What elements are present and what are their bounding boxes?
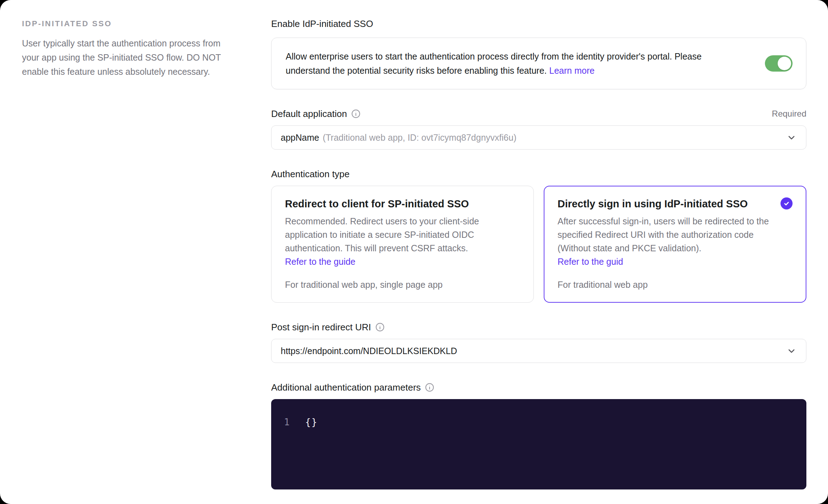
required-badge: Required (772, 109, 806, 119)
additional-params-label: Additional authentication parameters (271, 381, 421, 393)
selected-check-icon (781, 197, 793, 209)
section-heading: IDP-INITIATED SSO (22, 19, 249, 28)
redirect-uri-label: Post sign-in redirect URI (271, 321, 371, 333)
enable-sso-description-text: Allow enterprise users to start the auth… (286, 51, 701, 75)
toggle-knob (778, 57, 791, 70)
default-application-value: appName (281, 133, 319, 143)
auth-option-sp-initiated[interactable]: Redirect to client for SP-initiated SSO … (271, 186, 534, 303)
enable-sso-label: Enable IdP-initiated SSO (271, 18, 806, 30)
option-description: After successful sign-in, users will be … (558, 214, 777, 268)
section-description: User typically start the authentication … (22, 36, 229, 79)
option-header: Directly sign in using IdP-initiated SSO (558, 197, 793, 211)
redirect-uri-value: https://endpoint.com/NDIEOLDLKSIEKDKLD (281, 346, 457, 356)
default-application-select[interactable]: appName (Traditional web app, ID: ovt7ic… (271, 125, 806, 150)
refer-to-guide-link[interactable]: Refer to the guide (285, 255, 356, 268)
default-application-label-row: Default application Required (271, 108, 806, 120)
authentication-type-label: Authentication type (271, 168, 349, 180)
option-footnote: For traditional web app (558, 278, 793, 291)
idp-initiated-sso-settings-page: IDP-INITIATED SSO User typically start t… (0, 0, 828, 504)
option-description: Recommended. Redirect users to your clie… (285, 214, 505, 268)
settings-form: Enable IdP-initiated SSO Allow enterpris… (271, 16, 806, 504)
chevron-down-icon (786, 346, 797, 356)
option-footnote: For traditional web app, single page app (285, 278, 520, 291)
enable-sso-toggle[interactable] (765, 55, 793, 72)
section-description-column: IDP-INITIATED SSO User typically start t… (22, 16, 249, 504)
option-header: Redirect to client for SP-initiated SSO (285, 197, 520, 211)
option-title: Directly sign in using IdP-initiated SSO (558, 197, 748, 211)
authentication-type-label-row: Authentication type (271, 168, 806, 180)
redirect-uri-select[interactable]: https://endpoint.com/NDIEOLDLKSIEKDKLD (271, 339, 806, 363)
default-application-info-icon[interactable] (351, 109, 360, 118)
enable-sso-description: Allow enterprise users to start the auth… (286, 49, 732, 78)
additional-params-label-row: Additional authentication parameters (271, 381, 806, 393)
auth-option-idp-initiated[interactable]: Directly sign in using IdP-initiated SSO… (544, 186, 806, 303)
chevron-down-icon (786, 132, 797, 143)
default-application-label: Default application (271, 108, 347, 120)
refer-to-guide-link[interactable]: Refer to the guid (558, 255, 623, 268)
redirect-uri-label-row: Post sign-in redirect URI (271, 321, 806, 333)
option-title: Redirect to client for SP-initiated SSO (285, 197, 469, 211)
learn-more-link[interactable]: Learn more (549, 66, 595, 75)
line-number: 1 (271, 417, 290, 427)
redirect-uri-info-icon[interactable] (375, 323, 385, 332)
default-application-value-detail: (Traditional web app, ID: ovt7icymq87dgn… (323, 133, 516, 143)
code-editor[interactable]: 1 {} (271, 399, 806, 489)
additional-params-info-icon[interactable] (425, 383, 434, 392)
enable-sso-card: Allow enterprise users to start the auth… (271, 38, 806, 89)
code-content: {} (290, 417, 318, 427)
authentication-type-options: Redirect to client for SP-initiated SSO … (271, 186, 806, 303)
